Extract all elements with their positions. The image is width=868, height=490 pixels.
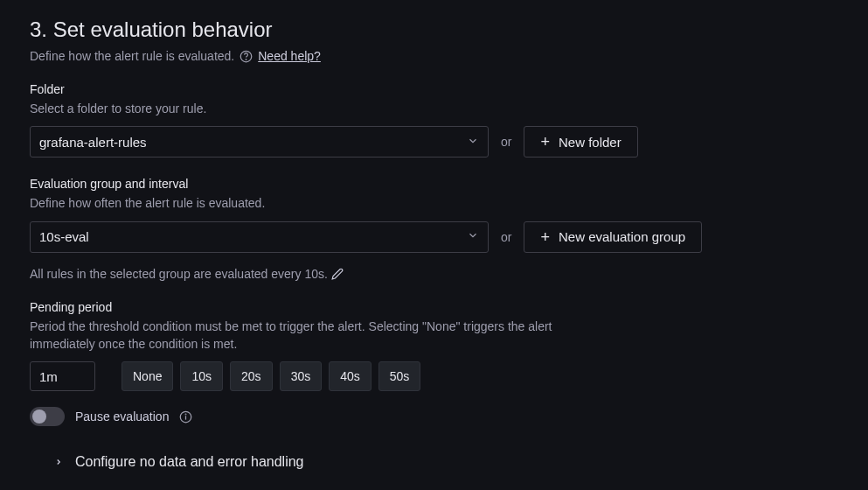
group-select-value: 10s-eval — [39, 229, 89, 244]
chevron-down-icon — [467, 135, 479, 150]
pending-help: Period the threshold condition must be m… — [30, 318, 589, 354]
pause-evaluation-toggle[interactable] — [30, 407, 65, 426]
pending-option-40s[interactable]: 40s — [329, 361, 372, 391]
evaluation-hint: All rules in the selected group are eval… — [30, 267, 838, 281]
section-subheading: Define how the alert rule is evaluated. … — [30, 49, 838, 63]
plus-icon: + — [540, 229, 550, 245]
group-or-text: or — [501, 230, 511, 244]
pending-option-none[interactable]: None — [122, 361, 173, 391]
pending-option-50s[interactable]: 50s — [378, 361, 421, 391]
configure-no-data-toggle[interactable]: Configure no data and error handling — [30, 454, 838, 470]
pending-option-10s[interactable]: 10s — [180, 361, 223, 391]
plus-icon: + — [540, 134, 550, 150]
folder-select-value: grafana-alert-rules — [39, 135, 147, 150]
folder-select[interactable]: grafana-alert-rules — [30, 126, 489, 158]
pencil-icon[interactable] — [331, 268, 344, 280]
new-evaluation-group-button-label: New evaluation group — [559, 229, 685, 244]
subheading-text: Define how the alert rule is evaluated. — [30, 49, 234, 63]
svg-point-4 — [186, 414, 187, 415]
group-help: Define how often the alert rule is evalu… — [30, 194, 838, 212]
chevron-right-icon — [54, 455, 63, 469]
pending-option-30s[interactable]: 30s — [280, 361, 323, 391]
evaluation-hint-text: All rules in the selected group are eval… — [30, 267, 328, 281]
group-label: Evaluation group and interval — [30, 177, 838, 191]
info-icon — [240, 50, 253, 63]
new-folder-button-label: New folder — [559, 135, 621, 150]
pause-row: Pause evaluation — [30, 407, 838, 426]
new-evaluation-group-button[interactable]: + New evaluation group — [524, 221, 702, 253]
new-folder-button[interactable]: + New folder — [524, 126, 637, 158]
need-help-link[interactable]: Need help? — [258, 49, 321, 63]
info-icon[interactable] — [179, 410, 192, 424]
pending-label: Pending period — [30, 300, 838, 314]
toggle-knob — [32, 410, 46, 424]
folder-help: Select a folder to store your rule. — [30, 100, 838, 117]
chevron-down-icon — [467, 229, 479, 244]
group-select[interactable]: 10s-eval — [30, 221, 489, 253]
configure-no-data-label: Configure no data and error handling — [75, 454, 304, 470]
svg-point-1 — [246, 59, 247, 60]
pending-option-20s[interactable]: 20s — [230, 361, 273, 391]
pending-input[interactable] — [30, 361, 95, 391]
section-heading: 3. Set evaluation behavior — [30, 18, 838, 42]
pending-row: None 10s 20s 30s 40s 50s — [30, 361, 838, 391]
pause-evaluation-label: Pause evaluation — [75, 410, 169, 424]
folder-label: Folder — [30, 82, 838, 96]
folder-or-text: or — [501, 135, 511, 149]
